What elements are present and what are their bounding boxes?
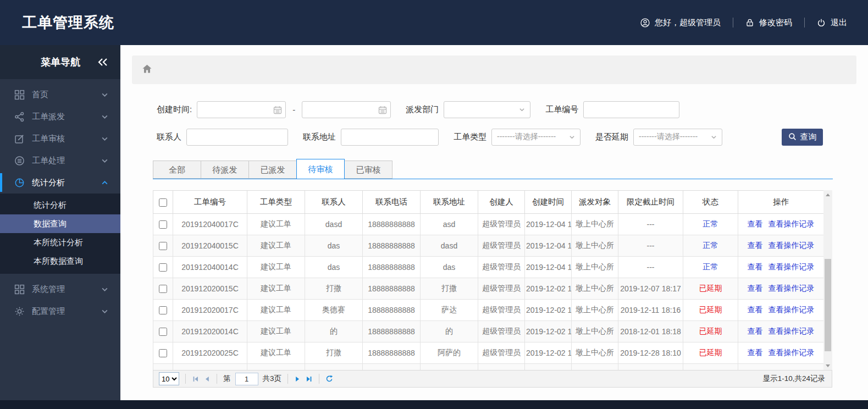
cell-status: 正常 [683, 257, 738, 278]
address-input[interactable] [341, 129, 439, 146]
home-icon[interactable] [142, 64, 152, 76]
order-type-select[interactable]: -------请选择------- [491, 129, 580, 146]
logout-button[interactable]: 退出 [817, 18, 847, 28]
view-link[interactable]: 查看 [748, 305, 763, 314]
view-log-link[interactable]: 查看操作记录 [769, 348, 815, 357]
cell-target: 墩上中心所 [572, 342, 618, 364]
view-link[interactable]: 查看 [748, 241, 763, 250]
cell-phone: 18888888888 [363, 342, 421, 364]
cell-target: 墩上中心所 [572, 214, 618, 235]
sidebar-subitem-1[interactable]: 数据查询 [0, 214, 120, 233]
chevron-up-icon [101, 179, 108, 186]
view-log-link[interactable]: 查看操作记录 [769, 262, 815, 271]
create-time-end-field [302, 101, 391, 118]
logout-label: 退出 [831, 18, 847, 28]
grid-icon [14, 89, 25, 100]
cell-created: 2019-12-02 16 [525, 278, 572, 300]
sidebar-item-4[interactable]: 统计分析 [0, 172, 120, 194]
row-checkbox[interactable] [159, 328, 167, 336]
status-badge: 正常 [703, 219, 718, 228]
sidebar-subitem-0[interactable]: 统计分析 [0, 196, 120, 214]
page-last-icon[interactable] [306, 375, 313, 383]
sidebar-item-1[interactable]: 工单派发 [0, 106, 120, 128]
pager-divider [288, 374, 288, 384]
row-checkbox[interactable] [159, 349, 167, 357]
current-page-input[interactable] [235, 373, 258, 385]
sidebar-item-5[interactable]: 系统管理 [0, 278, 120, 300]
sidebar-item-0[interactable]: 首页 [0, 84, 120, 106]
search-button-label: 查询 [800, 132, 817, 142]
row-checkbox[interactable] [159, 285, 167, 293]
header-divider [804, 18, 805, 27]
column-header-9: 状态 [683, 191, 738, 214]
order-no-label: 工单编号 [545, 104, 578, 115]
view-link[interactable]: 查看 [748, 348, 763, 357]
cell-type: 建议工单 [247, 235, 305, 257]
cell-phone: 18888888888 [363, 321, 421, 342]
cell-address: 的 [421, 321, 478, 342]
sidebar-subitem-3[interactable]: 本所数据查询 [0, 252, 120, 270]
row-checkbox[interactable] [159, 306, 167, 314]
view-log-link[interactable]: 查看操作记录 [769, 219, 815, 228]
sidebar-item-3[interactable]: 工单处理 [0, 150, 120, 172]
tab-1[interactable]: 待派发 [201, 161, 249, 179]
status-badge: 正常 [703, 262, 718, 271]
scrollbar-thumb[interactable] [825, 259, 831, 351]
order-no-input[interactable] [583, 101, 679, 118]
tab-2[interactable]: 已派发 [248, 161, 297, 179]
sidebar-item-6[interactable]: 配置管理 [0, 300, 120, 322]
view-link[interactable]: 查看 [748, 262, 763, 271]
search-button[interactable]: 查询 [782, 129, 823, 146]
row-checkbox[interactable] [159, 242, 167, 250]
contact-input[interactable] [186, 129, 288, 146]
tab-0[interactable]: 全部 [153, 161, 201, 179]
view-link[interactable]: 查看 [748, 284, 763, 292]
breadcrumb [132, 56, 856, 84]
search-icon [788, 132, 797, 142]
cell-order_no: 201912020017C [173, 300, 247, 321]
view-link[interactable]: 查看 [748, 219, 763, 228]
dispatch-dept-select[interactable] [444, 101, 530, 118]
cell-actions: 查看查看操作记录 [738, 300, 824, 321]
cell-target: 墩上中心所 [572, 257, 618, 278]
tab-3[interactable]: 待审核 [296, 159, 345, 179]
scroll-up-icon[interactable] [823, 190, 832, 199]
cell-type: 建议工单 [247, 300, 305, 321]
collapse-sidebar-icon[interactable] [97, 58, 108, 67]
cell-order_no: 201912020025C [173, 342, 247, 364]
row-checkbox[interactable] [159, 263, 167, 272]
page-next-icon[interactable] [294, 375, 301, 383]
create-time-start-input[interactable] [197, 101, 286, 118]
view-log-link[interactable]: 查看操作记录 [769, 327, 815, 335]
share-icon [14, 111, 25, 122]
table-row: 201912020017C建议工单奥德赛18888888888萨达超级管理员20… [153, 300, 824, 321]
view-log-link[interactable]: 查看操作记录 [769, 305, 815, 314]
cell-status: 已延期 [683, 342, 738, 364]
create-time-end-input[interactable] [302, 101, 391, 118]
orders-table-wrap: 工单编号工单类型联系人联系电话联系地址创建人创建时间派发对象限定截止时间状态操作… [153, 190, 823, 370]
page-prev-icon[interactable] [203, 375, 211, 383]
user-greeting[interactable]: 您好，超级管理员 [640, 18, 721, 28]
select-all-checkbox[interactable] [159, 198, 167, 207]
delay-select[interactable]: -------请选择------- [633, 129, 722, 146]
page-size-select[interactable]: 10 [159, 372, 179, 385]
change-password-button[interactable]: 修改密码 [745, 18, 792, 28]
scroll-down-icon[interactable] [823, 361, 832, 370]
sidebar-subitem-2[interactable]: 本所统计分析 [0, 233, 120, 252]
header-actions: 您好，超级管理员 修改密码 退出 [640, 18, 847, 28]
view-log-link[interactable]: 查看操作记录 [769, 284, 815, 292]
sidebar-item-2[interactable]: 工单审核 [0, 128, 120, 150]
row-checkbox[interactable] [159, 220, 167, 229]
column-header-8: 限定截止时间 [618, 191, 683, 214]
chevron-down-icon [519, 107, 525, 113]
view-log-link[interactable]: 查看操作记录 [769, 241, 815, 250]
greeting-text: 您好，超级管理员 [655, 18, 721, 28]
page-first-icon[interactable] [192, 375, 199, 383]
vertical-scrollbar[interactable] [823, 190, 832, 370]
refresh-icon[interactable] [325, 375, 333, 383]
tab-4[interactable]: 已审核 [344, 161, 392, 179]
process-icon [14, 155, 25, 166]
view-link[interactable]: 查看 [748, 327, 763, 335]
cell-actions: 查看查看操作记录 [738, 235, 824, 257]
cell-created: 2019-12-02 17 [525, 300, 572, 321]
